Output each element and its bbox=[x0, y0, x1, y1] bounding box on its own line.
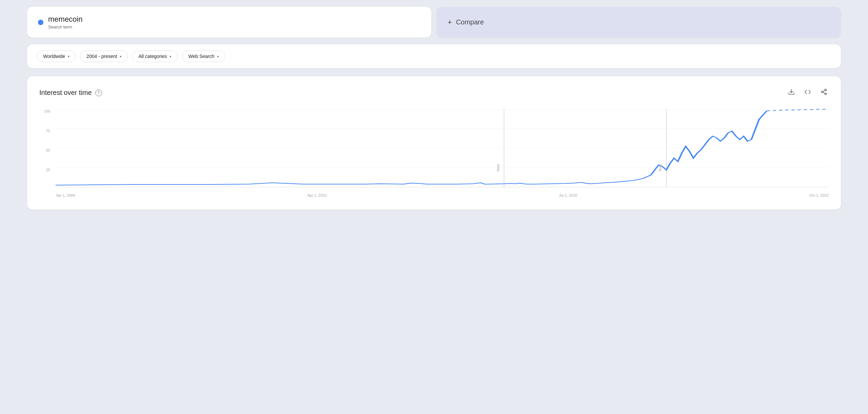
compare-card[interactable]: + Compare bbox=[437, 7, 841, 38]
category-chevron-icon: ▾ bbox=[170, 55, 171, 58]
download-button[interactable] bbox=[787, 87, 796, 98]
chart-card: Interest over time ? 100 75 50 25 bbox=[27, 76, 841, 210]
svg-line-4 bbox=[823, 92, 825, 93]
x-label-2022: Oct 1, 2022 bbox=[809, 193, 829, 197]
search-term-card: memecoin Search term bbox=[27, 7, 431, 38]
y-label-25: 25 bbox=[46, 168, 50, 172]
compare-plus-icon: + bbox=[448, 18, 452, 27]
y-label-100: 100 bbox=[44, 109, 50, 113]
type-filter-button[interactable]: Web Search ▾ bbox=[182, 51, 225, 62]
search-term-text: memecoin Search term bbox=[48, 15, 82, 29]
region-chevron-icon: ▾ bbox=[68, 55, 70, 58]
trend-line-svg bbox=[56, 109, 829, 187]
svg-line-5 bbox=[823, 90, 825, 91]
filters-bar: Worldwide ▾ 2004 - present ▾ All categor… bbox=[27, 44, 841, 68]
x-label-2016: Jul 1, 2016 bbox=[559, 193, 577, 197]
search-term-name: memecoin bbox=[48, 15, 82, 24]
time-chevron-icon: ▾ bbox=[120, 55, 121, 58]
chart-plot-area: Note Note bbox=[56, 109, 829, 187]
y-label-75: 75 bbox=[46, 129, 50, 133]
chart-title: Interest over time bbox=[39, 89, 92, 97]
share-button[interactable] bbox=[819, 87, 829, 98]
chart-title-area: Interest over time ? bbox=[39, 89, 102, 97]
region-filter-button[interactable]: Worldwide ▾ bbox=[37, 51, 76, 62]
x-axis: Jan 1, 2004 Apr 1, 2010 Jul 1, 2016 Oct … bbox=[56, 188, 829, 197]
chart-area: 100 75 50 25 Note Note bbox=[39, 109, 829, 197]
time-filter-label: 2004 - present bbox=[86, 54, 117, 59]
term-color-dot bbox=[38, 20, 43, 25]
chart-header: Interest over time ? bbox=[39, 87, 829, 98]
time-filter-button[interactable]: 2004 - present ▾ bbox=[80, 51, 128, 62]
type-chevron-icon: ▾ bbox=[217, 55, 219, 58]
y-axis: 100 75 50 25 bbox=[39, 109, 53, 187]
type-filter-label: Web Search bbox=[188, 54, 214, 59]
help-icon-symbol: ? bbox=[97, 91, 100, 95]
x-label-2010: Apr 1, 2010 bbox=[307, 193, 327, 197]
top-section: memecoin Search term + Compare bbox=[27, 7, 841, 38]
category-filter-label: All categories bbox=[138, 54, 167, 59]
embed-button[interactable] bbox=[803, 87, 812, 98]
x-label-2004: Jan 1, 2004 bbox=[56, 193, 75, 197]
y-label-50: 50 bbox=[46, 148, 50, 152]
compare-label: Compare bbox=[456, 18, 484, 26]
search-term-sublabel: Search term bbox=[48, 24, 82, 29]
category-filter-button[interactable]: All categories ▾ bbox=[132, 51, 178, 62]
region-filter-label: Worldwide bbox=[43, 54, 65, 59]
help-icon[interactable]: ? bbox=[95, 90, 102, 96]
chart-actions bbox=[787, 87, 829, 98]
